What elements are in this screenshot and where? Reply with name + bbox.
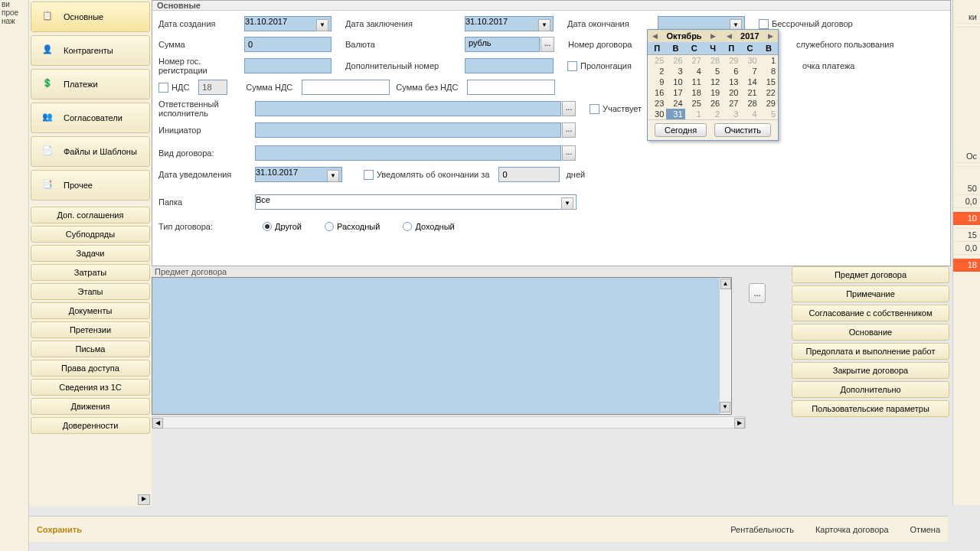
scroll-down-icon[interactable]: ▼: [720, 402, 730, 412]
cal-day[interactable]: 4: [685, 66, 704, 77]
right-btn-5[interactable]: Закрытие договора: [792, 362, 949, 379]
cal-day[interactable]: 28: [704, 55, 722, 66]
cal-day[interactable]: 23: [648, 98, 666, 109]
cal-day[interactable]: 29: [722, 55, 740, 66]
scrollbar[interactable]: ▲ ▼: [719, 278, 731, 414]
cal-day[interactable]: 1: [760, 55, 778, 66]
next-month-icon[interactable]: ▶: [709, 32, 717, 40]
cal-day[interactable]: 13: [722, 77, 740, 87]
sidebar-sub-6[interactable]: Претензии: [31, 321, 150, 338]
cal-day[interactable]: 25: [648, 55, 666, 66]
initiator-input[interactable]: [255, 122, 561, 138]
sidebar-sub-4[interactable]: Этапы: [31, 283, 150, 300]
right-btn-6[interactable]: Дополнительно: [792, 381, 949, 398]
cal-day[interactable]: 29: [760, 98, 778, 109]
radio-income[interactable]: Доходный: [403, 222, 454, 231]
sidebar-sub-8[interactable]: Права доступа: [31, 360, 150, 377]
cal-day[interactable]: 6: [722, 66, 740, 77]
clear-button[interactable]: Очистить: [714, 123, 771, 137]
sidebar-sub-7[interactable]: Письма: [31, 341, 150, 357]
scroll-left-icon[interactable]: ◀: [152, 418, 163, 429]
nds-sum-input[interactable]: [302, 80, 390, 95]
sidebar-item-0[interactable]: 📋Основные: [31, 2, 150, 32]
cal-day[interactable]: 24: [666, 98, 684, 109]
sidebar-item-2[interactable]: 💲Платежи: [31, 69, 150, 99]
next-year-icon[interactable]: ▶: [766, 32, 775, 40]
scroll-right-icon[interactable]: ▶: [734, 418, 745, 429]
sidebar-sub-2[interactable]: Задачи: [31, 245, 150, 262]
currency-picker-button[interactable]: ...: [541, 37, 554, 52]
scroll-right-icon[interactable]: ▶: [138, 494, 150, 505]
cal-day[interactable]: 21: [740, 87, 759, 98]
folder-combo[interactable]: Все: [255, 194, 577, 210]
cal-day[interactable]: 18: [685, 87, 704, 98]
cal-day[interactable]: 20: [722, 87, 740, 98]
sidebar-sub-11[interactable]: Доверенности: [31, 417, 150, 434]
cal-day[interactable]: 2: [704, 109, 722, 119]
contract-card-button[interactable]: Карточка договора: [815, 525, 889, 534]
cal-day[interactable]: 7: [740, 66, 759, 77]
cal-day[interactable]: 28: [740, 98, 759, 109]
sidebar-sub-1[interactable]: Субподряды: [31, 226, 150, 243]
cal-day[interactable]: 30: [648, 109, 666, 119]
sidebar-sub-0[interactable]: Доп. соглашения: [31, 207, 150, 223]
cal-day[interactable]: 31: [666, 109, 684, 119]
cal-day[interactable]: 10: [666, 77, 684, 87]
reg-input[interactable]: [244, 58, 332, 73]
subject-textarea[interactable]: ▲ ▼: [152, 277, 732, 415]
cal-day[interactable]: 27: [685, 55, 704, 66]
profitability-button[interactable]: Рентабельность: [730, 525, 794, 534]
date-created-combo[interactable]: 31.10.2017: [244, 16, 332, 31]
participates-checkbox[interactable]: [590, 104, 599, 114]
notify-days-input[interactable]: [498, 167, 560, 182]
prev-month-icon[interactable]: ◀: [651, 32, 659, 40]
cal-day[interactable]: 4: [740, 109, 759, 119]
cal-day[interactable]: 27: [722, 98, 740, 109]
notify-date-combo[interactable]: 31.10.2017: [255, 167, 342, 182]
sidebar-sub-9[interactable]: Сведения из 1С: [31, 379, 150, 396]
nds-without-input[interactable]: [467, 80, 555, 95]
responsible-input[interactable]: [255, 101, 561, 116]
cal-day[interactable]: 30: [740, 55, 759, 66]
cal-day[interactable]: 3: [666, 66, 684, 77]
radio-other[interactable]: Другой: [263, 222, 302, 231]
sidebar-sub-3[interactable]: Затраты: [31, 264, 150, 281]
prev-year-icon[interactable]: ◀: [725, 32, 733, 40]
cal-day[interactable]: 11: [685, 77, 704, 87]
right-btn-2[interactable]: Согласование с собственником: [792, 305, 949, 321]
cal-day[interactable]: 14: [740, 77, 759, 87]
type-input[interactable]: [255, 145, 561, 161]
cal-day[interactable]: 19: [704, 87, 722, 98]
right-btn-4[interactable]: Предоплата и выполнение работ: [792, 343, 949, 360]
sidebar-item-5[interactable]: 📑Прочее: [31, 170, 150, 201]
save-button[interactable]: Сохранить: [37, 525, 82, 534]
cal-day[interactable]: 26: [666, 55, 684, 66]
right-btn-0[interactable]: Предмет договора: [792, 266, 949, 283]
initiator-picker-button[interactable]: ...: [562, 122, 576, 138]
cal-day[interactable]: 16: [648, 87, 666, 98]
cal-day[interactable]: 5: [704, 66, 722, 77]
cancel-button[interactable]: Отмена: [910, 525, 940, 534]
right-btn-1[interactable]: Примечание: [792, 285, 949, 302]
cal-day[interactable]: 5: [760, 109, 778, 119]
cal-day[interactable]: 3: [722, 109, 740, 119]
right-btn-3[interactable]: Основание: [792, 324, 949, 341]
add-number-input[interactable]: [465, 58, 554, 73]
sidebar-item-4[interactable]: 📄Файлы и Шаблоны: [31, 136, 150, 167]
prolong-checkbox[interactable]: [567, 61, 577, 71]
nds-checkbox[interactable]: [158, 83, 168, 93]
type-picker-button[interactable]: ...: [562, 145, 576, 161]
notify-end-checkbox[interactable]: [364, 170, 374, 180]
cal-day[interactable]: 17: [666, 87, 684, 98]
date-signed-combo[interactable]: 31.10.2017: [465, 16, 554, 31]
cal-day[interactable]: 22: [760, 87, 778, 98]
today-button[interactable]: Сегодня: [655, 123, 707, 137]
cal-day[interactable]: 2: [648, 66, 666, 77]
right-btn-7[interactable]: Пользовательские параметры: [792, 400, 949, 417]
cal-day[interactable]: 15: [760, 77, 778, 87]
nds-input[interactable]: [198, 80, 227, 95]
cal-day[interactable]: 8: [760, 66, 778, 77]
cal-day[interactable]: 25: [685, 98, 704, 109]
radio-expense[interactable]: Расходный: [325, 222, 380, 231]
cal-day[interactable]: 1: [685, 109, 704, 119]
